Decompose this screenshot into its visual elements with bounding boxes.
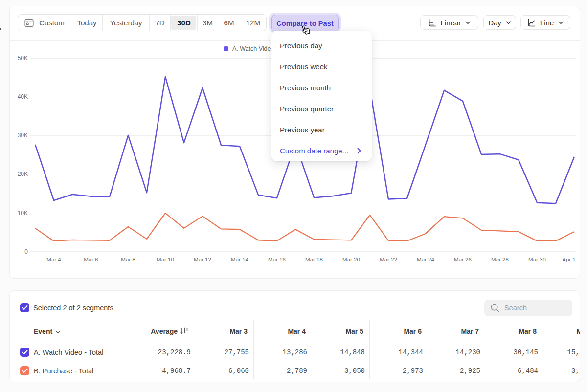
svg-text:Mar 6: Mar 6 xyxy=(84,257,98,262)
svg-text:Mar 22: Mar 22 xyxy=(380,257,397,262)
svg-text:30K: 30K xyxy=(18,132,28,139)
svg-text:Mar 20: Mar 20 xyxy=(342,257,360,262)
svg-text:Mar 26: Mar 26 xyxy=(454,257,472,262)
svg-text:50K: 50K xyxy=(18,55,28,62)
svg-text:Mar 12: Mar 12 xyxy=(194,257,211,262)
svg-text:Mar 4: Mar 4 xyxy=(46,257,61,262)
svg-text:Mar 14: Mar 14 xyxy=(231,257,248,262)
svg-text:0: 0 xyxy=(24,248,28,255)
svg-text:40K: 40K xyxy=(18,93,28,100)
svg-text:Apr 1: Apr 1 xyxy=(562,257,576,262)
svg-text:Mar 10: Mar 10 xyxy=(157,257,174,262)
svg-text:Mar 30: Mar 30 xyxy=(528,257,546,262)
svg-text:Mar 18: Mar 18 xyxy=(305,257,323,262)
svg-text:20K: 20K xyxy=(18,171,28,177)
svg-text:Mar 16: Mar 16 xyxy=(268,257,286,262)
svg-text:10K: 10K xyxy=(18,210,28,217)
svg-text:Mar 28: Mar 28 xyxy=(491,257,509,262)
svg-text:Mar 8: Mar 8 xyxy=(121,257,135,262)
svg-text:Mar 24: Mar 24 xyxy=(417,257,434,262)
